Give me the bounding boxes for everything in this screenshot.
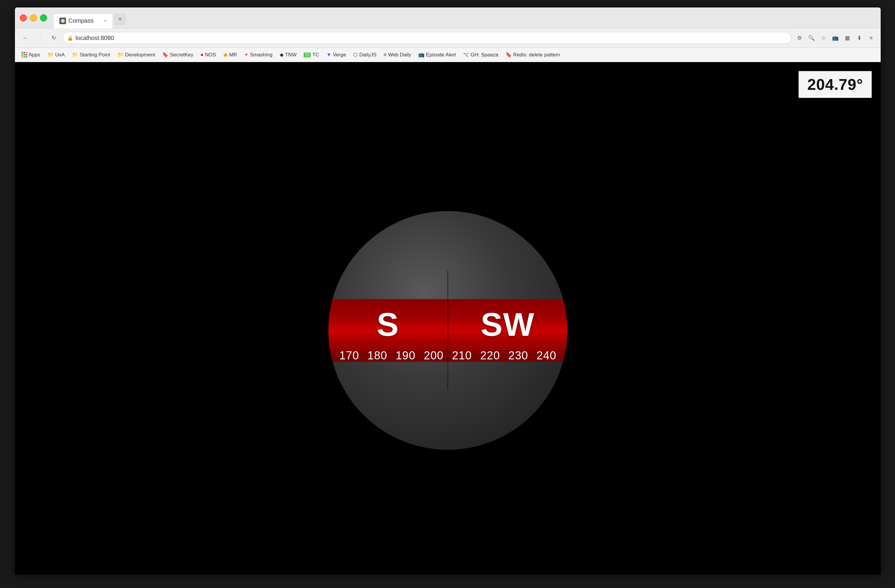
bookmark-label: Smashing — [250, 52, 273, 58]
nav-icons: ⚙ 🔍 ☆ 📺 ▦ ⬇ ≡ — [795, 33, 876, 43]
tnw-icon: ◆ — [280, 52, 284, 58]
folder-icon: 📁 — [47, 52, 54, 58]
dailyjs-icon: ⬡ — [353, 52, 358, 58]
bookmark-label: UvA — [55, 52, 65, 58]
bookmarks-bar: Apps 📁 UvA 📁 Starting Point 📁 Developmen… — [15, 48, 881, 62]
episode-alert-icon: 📺 — [418, 52, 425, 58]
bookmark-uva[interactable]: 📁 UvA — [44, 50, 68, 59]
bookmark-starting-point[interactable]: 📁 Starting Point — [69, 50, 113, 59]
verge-icon: ▼ — [326, 52, 331, 58]
nav-bar: ← → ↻ 🔒 localhost:8080 ⚙ 🔍 ☆ 📺 ▦ ⬇ ≡ — [15, 28, 881, 48]
forward-button[interactable]: → — [34, 33, 45, 43]
degree-210: 210 — [452, 350, 472, 362]
bookmark-label: Verge — [333, 52, 346, 58]
degree-170: 170 — [339, 350, 359, 362]
bookmark-nos[interactable]: ● NOS — [198, 51, 219, 59]
bookmark-label: MR — [229, 52, 237, 58]
tab-bar: 🧭 Compass × + — [53, 11, 126, 25]
degree-200: 200 — [424, 350, 444, 362]
browser-window: 🧭 Compass × + ← → ↻ 🔒 localhost:8080 ⚙ 🔍… — [15, 8, 881, 574]
bookmark-apps[interactable]: Apps — [18, 51, 43, 59]
bookmark-episode-alert[interactable]: 📺 Episode Alert — [415, 50, 459, 59]
bookmark-label: Episode Alert — [426, 52, 456, 58]
url-text: localhost:8080 — [76, 35, 114, 41]
direction-right: SW — [448, 305, 567, 343]
center-line — [448, 271, 448, 390]
bookmark-tc[interactable]: TC TC — [300, 51, 322, 59]
chrome-cast-icon[interactable]: 📺 — [831, 33, 840, 43]
refresh-button[interactable]: ↻ — [49, 33, 59, 43]
bookmark-label: NOS — [205, 52, 216, 58]
bookmark-label: Web Daily — [388, 52, 411, 58]
bookmark-gh-spaaza[interactable]: ⌥ GH: Spaaza — [460, 50, 501, 59]
bookmark-label: SecretKey — [170, 52, 193, 58]
degree-230: 230 — [508, 350, 528, 362]
degree-value: 204.79° — [807, 76, 863, 93]
bookmark-label: TNW — [285, 52, 297, 58]
folder-icon: 📁 — [117, 52, 124, 58]
close-button[interactable] — [20, 14, 27, 21]
bookmark-icon: 🔖 — [162, 52, 168, 58]
degree-160: 160 — [328, 350, 331, 362]
degree-250: 250 — [565, 350, 567, 362]
degree-220: 220 — [480, 350, 500, 362]
direction-left: S — [328, 305, 448, 343]
degree-190: 190 — [396, 350, 415, 362]
bookmark-dailyjs[interactable]: ⬡ DailyJS — [350, 50, 379, 59]
back-button[interactable]: ← — [20, 33, 30, 43]
bookmark-mr[interactable]: ◉ MR — [220, 50, 240, 59]
download-icon[interactable]: ⬇ — [854, 33, 864, 43]
page-content: 204.79° S SW 150 160 — [15, 62, 881, 574]
tab-title: Compass — [68, 17, 93, 24]
new-tab-button[interactable]: + — [114, 14, 126, 25]
active-tab[interactable]: 🧭 Compass × — [53, 14, 113, 28]
extensions-icon[interactable]: ⚙ — [795, 33, 804, 43]
apps-grid-icon — [21, 52, 27, 58]
tc-icon: TC — [303, 53, 311, 57]
nos-icon: ● — [200, 52, 203, 58]
minimize-button[interactable] — [30, 14, 37, 21]
bookmark-label: DailyJS — [359, 52, 376, 58]
bookmark-label: Starting Point — [80, 52, 110, 58]
tab-favicon: 🧭 — [59, 18, 66, 24]
bookmark-label: TC — [312, 52, 319, 58]
degree-240: 240 — [537, 350, 556, 362]
mr-icon: ◉ — [223, 52, 228, 58]
bookmark-tnw[interactable]: ◆ TNW — [277, 50, 300, 59]
degree-180: 180 — [367, 350, 387, 362]
apps-label: Apps — [29, 52, 40, 58]
degree-display: 204.79° — [799, 71, 872, 98]
compass-circle: S SW 150 160 170 180 190 200 210 — [328, 211, 567, 450]
bookmark-verge[interactable]: ▼ Verge — [323, 51, 349, 59]
redis-icon: 🔖 — [505, 52, 512, 58]
folder-icon: 📁 — [72, 52, 78, 58]
traffic-lights — [20, 14, 47, 21]
bookmark-label: Redis: delete pattern — [513, 52, 560, 58]
smashing-icon: ✦ — [244, 52, 248, 58]
search-icon[interactable]: 🔍 — [807, 33, 816, 43]
address-bar[interactable]: 🔒 localhost:8080 — [63, 32, 791, 44]
bookmark-redis[interactable]: 🔖 Redis: delete pattern — [502, 50, 563, 59]
tab-close-button[interactable]: × — [104, 18, 106, 24]
webdaily-icon: ≡ — [384, 52, 387, 58]
maximize-button[interactable] — [40, 14, 47, 21]
bookmark-label: Development — [125, 52, 155, 58]
star-icon[interactable]: ☆ — [819, 33, 828, 43]
bookmark-label: GH: Spaaza — [470, 52, 498, 58]
menu-icon[interactable]: ≡ — [866, 33, 876, 43]
title-bar: 🧭 Compass × + — [15, 8, 881, 28]
qr-icon[interactable]: ▦ — [842, 33, 852, 43]
bookmark-secretkey[interactable]: 🔖 SecretKey — [159, 50, 196, 59]
github-icon: ⌥ — [463, 52, 469, 58]
bookmark-webdaily[interactable]: ≡ Web Daily — [381, 51, 414, 59]
compass-container: S SW 150 160 170 180 190 200 210 — [328, 211, 567, 450]
bookmark-smashing[interactable]: ✦ Smashing — [241, 50, 276, 59]
bookmark-development[interactable]: 📁 Development — [114, 50, 158, 59]
lock-icon: 🔒 — [67, 35, 73, 41]
